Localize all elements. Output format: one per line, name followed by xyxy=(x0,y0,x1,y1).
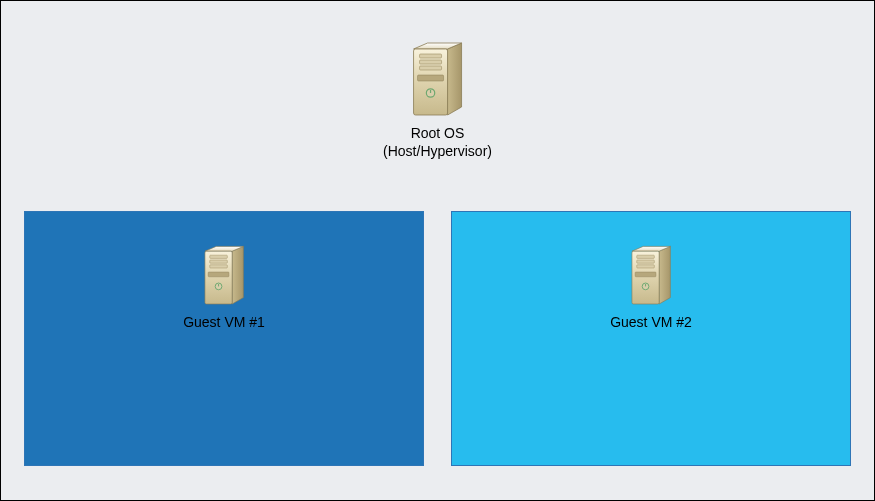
svg-marker-18 xyxy=(659,246,670,304)
guest-vm-2-panel: Guest VM #2 xyxy=(451,211,851,466)
guest-vm-2-label: Guest VM #2 xyxy=(610,314,692,330)
root-os-label-line2: (Host/Hypervisor) xyxy=(383,143,492,159)
svg-marker-9 xyxy=(232,246,243,304)
root-os-block: Root OS (Host/Hypervisor) xyxy=(383,41,492,160)
svg-marker-0 xyxy=(448,43,462,115)
svg-rect-11 xyxy=(205,251,232,304)
svg-rect-22 xyxy=(637,260,655,263)
svg-rect-14 xyxy=(210,265,228,268)
server-tower-icon xyxy=(408,41,468,119)
svg-rect-12 xyxy=(210,255,228,258)
svg-rect-24 xyxy=(635,272,656,277)
svg-rect-4 xyxy=(420,60,442,64)
root-os-label-line1: Root OS xyxy=(411,125,465,141)
svg-rect-15 xyxy=(208,272,229,277)
svg-rect-6 xyxy=(418,75,444,81)
guest-vm-1-content: Guest VM #1 xyxy=(183,244,265,330)
guest-vm-2-content: Guest VM #2 xyxy=(610,244,692,330)
svg-rect-20 xyxy=(632,251,659,304)
server-tower-icon xyxy=(200,244,248,308)
diagram-canvas: Root OS (Host/Hypervisor) Guest VM #1 xyxy=(0,0,875,501)
svg-rect-13 xyxy=(210,260,228,263)
server-tower-icon xyxy=(627,244,675,308)
svg-rect-23 xyxy=(637,265,655,268)
svg-rect-5 xyxy=(420,66,442,70)
svg-rect-2 xyxy=(414,49,448,115)
svg-rect-3 xyxy=(420,54,442,58)
svg-rect-21 xyxy=(637,255,655,258)
guest-vm-1-label: Guest VM #1 xyxy=(183,314,265,330)
guest-vm-1-panel: Guest VM #1 xyxy=(24,211,424,466)
root-os-label: Root OS (Host/Hypervisor) xyxy=(383,125,492,160)
